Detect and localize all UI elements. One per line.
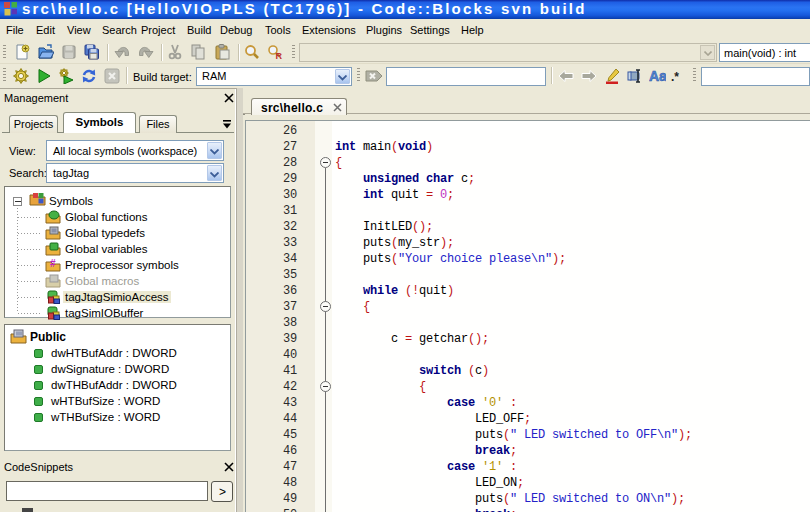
svg-text:#: #	[50, 258, 56, 269]
svg-text:Aa: Aa	[649, 68, 666, 84]
svg-text:.*: .*	[671, 70, 679, 84]
svg-text:R: R	[276, 51, 283, 60]
